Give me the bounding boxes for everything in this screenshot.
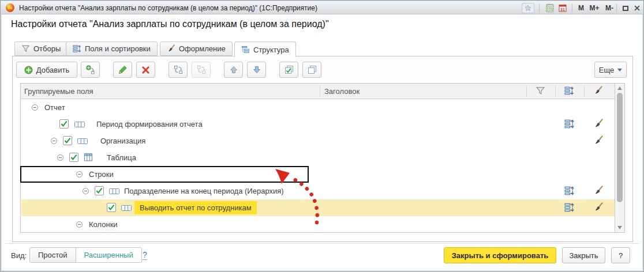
filter-funnel-icon xyxy=(21,44,30,53)
row-brush-icon[interactable] xyxy=(593,135,604,146)
footer-divider xyxy=(5,243,639,244)
chevron-down-icon xyxy=(617,69,622,71)
column-separator xyxy=(555,85,556,97)
collapse-icon[interactable] xyxy=(51,138,57,144)
1c-logo-icon: 1с xyxy=(6,3,14,12)
row-checkbox-checked[interactable] xyxy=(63,136,72,145)
fields-sort-icon xyxy=(73,44,81,53)
table-icon xyxy=(84,153,93,162)
move-into-group-button[interactable] xyxy=(169,62,188,78)
more-button[interactable]: Еще xyxy=(594,62,627,78)
help-button[interactable]: ? xyxy=(611,247,630,263)
row-fields-sort-icon[interactable] xyxy=(564,202,575,213)
column-separator xyxy=(526,85,527,97)
window-title: Настройки отчета "Анализ зарплаты по сот… xyxy=(19,4,317,12)
uncheck-all-icon xyxy=(308,65,317,74)
column-grouped-fields: Группируемые поля xyxy=(24,87,93,96)
maximize-icon xyxy=(623,6,628,11)
calculator-button[interactable] xyxy=(544,3,556,13)
move-down-button[interactable] xyxy=(247,62,266,78)
tab-appearance[interactable]: Оформление xyxy=(160,41,233,56)
checkmark-icon xyxy=(63,137,72,145)
titlebar-separator xyxy=(539,3,540,12)
scroll-down-arrow[interactable] xyxy=(617,226,622,229)
tree-row-label: Таблица xyxy=(107,153,136,162)
memory-m-plus-button[interactable]: M+ xyxy=(587,3,601,13)
favorites-star-button[interactable] xyxy=(522,3,534,13)
add-group-button[interactable] xyxy=(81,62,100,78)
scrollbar-thumb[interactable] xyxy=(617,93,623,202)
row-checkbox-checked[interactable] xyxy=(59,119,69,129)
window-titlebar[interactable]: 1с Настройки отчета "Анализ зарплаты по … xyxy=(1,1,643,14)
group-field-icon xyxy=(109,188,119,194)
collapse-icon[interactable] xyxy=(32,104,38,111)
tree-row-label: Колонки xyxy=(89,220,118,229)
tree-row-table[interactable]: Таблица xyxy=(21,149,615,166)
close-and-generate-button[interactable]: Закрыть и сформировать xyxy=(444,247,556,263)
header-fields-sort-icon xyxy=(564,86,574,96)
titlebar-separator xyxy=(572,3,572,12)
view-switch: Простой Расширенный xyxy=(29,247,142,263)
row-checkbox-checked[interactable] xyxy=(95,186,104,195)
delete-button[interactable] xyxy=(136,62,155,78)
collapse-icon[interactable] xyxy=(76,171,83,177)
collapse-icon[interactable] xyxy=(57,154,63,161)
move-up-button[interactable] xyxy=(224,62,243,78)
header-brush-icon xyxy=(593,86,603,96)
tab-fields-sort[interactable]: Поля и сортировки xyxy=(66,41,158,56)
vertical-scrollbar[interactable] xyxy=(615,84,624,232)
add-button-label: Добавить xyxy=(36,66,69,74)
edit-pencil-icon xyxy=(118,65,128,74)
row-fields-sort-icon[interactable] xyxy=(564,119,575,129)
column-separator xyxy=(584,85,585,97)
maximize-button[interactable] xyxy=(620,3,631,13)
memory-m-minus-button[interactable]: M- xyxy=(602,3,616,13)
checkmark-icon xyxy=(107,203,115,211)
1c-logo-text: 1с xyxy=(8,6,13,10)
highlighted-row-label: Выводить отчет по сотрудникам xyxy=(134,201,257,214)
close-form-button[interactable]: Закрыть xyxy=(562,247,605,263)
tree-row-by-employees[interactable]: Выводить отчет по сотрудникам xyxy=(21,199,615,216)
add-button[interactable]: Добавить xyxy=(16,62,77,78)
tree-row-rows[interactable]: Строки xyxy=(21,166,615,183)
tab-structure[interactable]: Структура xyxy=(234,41,296,57)
tree-row-organization[interactable]: Организация xyxy=(21,133,615,149)
collapse-icon[interactable] xyxy=(83,188,89,194)
check-all-icon xyxy=(284,65,294,74)
tree-row-label: Подразделение на конец периода (Иерархия… xyxy=(124,187,284,195)
tab-filters[interactable]: Отборы xyxy=(14,41,68,56)
tree-row-period[interactable]: Период формирования отчета xyxy=(21,116,615,133)
row-brush-icon[interactable] xyxy=(593,186,604,196)
collapse-icon[interactable] xyxy=(76,221,83,228)
check-all-button[interactable] xyxy=(279,62,298,78)
arrow-up-icon xyxy=(229,65,238,74)
view-option-simple[interactable]: Простой xyxy=(30,248,76,262)
row-brush-icon[interactable] xyxy=(593,119,604,129)
close-button[interactable] xyxy=(631,3,643,13)
group-field-icon xyxy=(77,138,88,144)
scroll-up-arrow[interactable] xyxy=(617,86,622,90)
column-separator xyxy=(320,85,320,97)
move-out-of-group-icon xyxy=(197,65,206,74)
move-out-of-group-button[interactable] xyxy=(192,62,211,78)
row-brush-icon[interactable] xyxy=(593,202,604,213)
tree-row-columns[interactable]: Колонки xyxy=(21,216,615,233)
tree-row-label: Отчет xyxy=(44,103,65,112)
tree-row-report[interactable]: Отчет xyxy=(21,99,615,116)
move-into-group-icon xyxy=(174,65,183,74)
window: 1с Настройки отчета "Анализ зарплаты по … xyxy=(0,0,644,272)
uncheck-all-button[interactable] xyxy=(302,62,321,78)
group-field-icon xyxy=(74,122,85,127)
view-help-link[interactable]: ? xyxy=(143,250,147,260)
tree-row-department[interactable]: Подразделение на конец периода (Иерархия… xyxy=(21,183,615,199)
row-checkbox-checked[interactable] xyxy=(107,203,116,212)
add-plus-icon xyxy=(24,66,33,74)
tab-label: Отборы xyxy=(33,44,61,53)
change-button[interactable] xyxy=(113,62,132,78)
memory-m-button[interactable]: M xyxy=(576,3,586,13)
row-fields-sort-icon[interactable] xyxy=(564,186,575,196)
view-option-advanced[interactable]: Расширенный xyxy=(76,248,141,262)
row-checkbox-checked[interactable] xyxy=(69,153,78,162)
calendar-button[interactable] xyxy=(557,3,568,13)
titlebar-separator xyxy=(616,3,617,12)
